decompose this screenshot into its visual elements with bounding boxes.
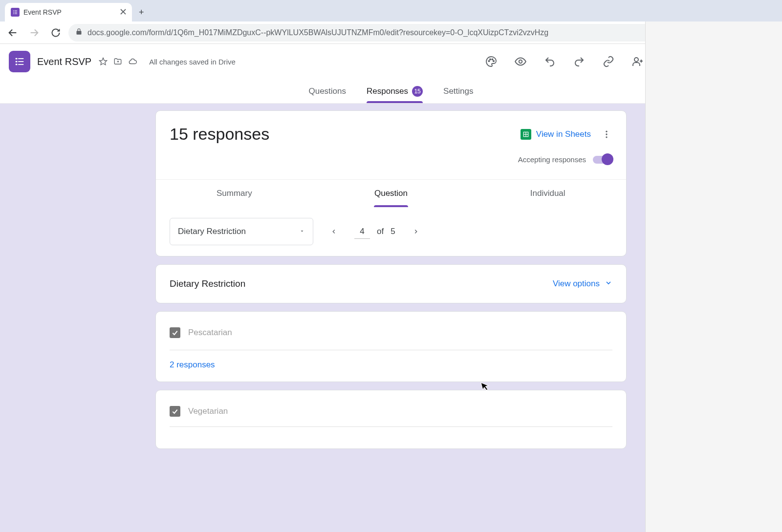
svg-rect-4 [13, 11, 14, 11]
tab-questions[interactable]: Questions [308, 79, 346, 103]
doc-title[interactable]: Event RSVP [37, 56, 91, 67]
view-in-sheets-button[interactable]: View in Sheets [521, 129, 591, 140]
responses-count-title: 15 responses [170, 125, 269, 144]
browser-tab-bar: Event RSVP + [0, 0, 782, 21]
prev-question-button[interactable] [325, 223, 343, 240]
svg-point-37 [519, 60, 522, 64]
tab-title: Event RSVP [23, 8, 62, 16]
checkbox-checked-icon [170, 327, 180, 338]
sheets-icon [521, 129, 531, 140]
responses-badge: 15 [412, 86, 423, 97]
response-count-link[interactable]: 2 responses [170, 360, 612, 370]
svg-rect-28 [16, 61, 18, 63]
title-icon-group [98, 57, 137, 66]
svg-rect-26 [16, 58, 18, 60]
sub-tab-individual[interactable]: Individual [469, 180, 626, 207]
answer-label: Vegetarian [188, 406, 228, 416]
svg-rect-30 [16, 64, 18, 65]
svg-rect-7 [15, 12, 17, 13]
page-total: 5 [391, 227, 395, 236]
question-title-card: Dietary Restriction View options [155, 264, 627, 303]
sub-tab-question[interactable]: Question [313, 180, 470, 207]
divider [170, 350, 612, 350]
svg-point-34 [489, 59, 490, 60]
answer-card: Pescatarian 2 responses [155, 311, 627, 382]
link-icon[interactable] [597, 50, 620, 73]
divider [170, 426, 612, 427]
tab-settings[interactable]: Settings [443, 79, 473, 103]
address-bar[interactable]: docs.google.com/form/d/1Q6m_H017MiMZDgux… [68, 24, 673, 42]
theme-palette-icon[interactable] [480, 50, 502, 73]
star-icon[interactable] [98, 57, 108, 66]
svg-point-36 [493, 61, 494, 62]
svg-rect-27 [18, 58, 23, 59]
lock-icon [75, 28, 83, 37]
redo-icon[interactable] [568, 50, 590, 73]
view-options-button[interactable]: View options [553, 279, 612, 289]
question-title: Dietary Restriction [170, 278, 245, 289]
chevron-down-icon [605, 279, 612, 289]
svg-marker-32 [100, 58, 107, 65]
url-text: docs.google.com/form/d/1Q6m_H017MiMZDgux… [87, 28, 652, 37]
next-question-button[interactable] [407, 223, 425, 240]
forward-button[interactable] [25, 24, 43, 42]
back-button[interactable] [4, 24, 22, 42]
toggle-thumb [602, 153, 613, 165]
move-folder-icon[interactable] [113, 57, 123, 66]
tab-close-icon[interactable] [120, 8, 126, 17]
question-dropdown-label: Dietary Restriction [178, 227, 246, 236]
responses-more-icon[interactable] [601, 128, 612, 140]
svg-rect-5 [15, 11, 17, 11]
new-tab-button[interactable]: + [132, 3, 151, 21]
svg-rect-31 [18, 64, 23, 65]
svg-point-49 [606, 136, 607, 138]
save-status-text: All changes saved in Drive [149, 58, 236, 66]
responses-sub-tabs: Summary Question Individual [156, 179, 626, 207]
svg-point-47 [606, 130, 607, 132]
dropdown-caret-icon [299, 227, 305, 236]
svg-point-33 [488, 61, 489, 62]
question-dropdown[interactable]: Dietary Restriction [170, 218, 313, 245]
tab-settings-label: Settings [443, 86, 473, 96]
svg-rect-29 [18, 61, 23, 62]
svg-rect-9 [15, 14, 17, 14]
reload-button[interactable] [47, 24, 65, 42]
forms-favicon-icon [11, 8, 20, 17]
browser-tab-active[interactable]: Event RSVP [5, 3, 132, 21]
view-options-label: View options [553, 279, 600, 289]
forms-logo-icon[interactable] [9, 51, 30, 72]
svg-rect-8 [13, 14, 14, 14]
svg-rect-6 [13, 12, 14, 13]
view-in-sheets-label: View in Sheets [536, 129, 591, 139]
checkbox-checked-icon [170, 406, 180, 417]
preview-eye-icon[interactable] [509, 50, 532, 73]
page-current-input[interactable]: 4 [354, 225, 370, 239]
accepting-responses-label: Accepting responses [518, 155, 586, 164]
tab-responses[interactable]: Responses 15 [367, 79, 423, 103]
svg-point-38 [634, 58, 638, 62]
svg-point-35 [492, 59, 493, 60]
cloud-status-icon[interactable] [128, 57, 137, 66]
window-side-pane [645, 0, 782, 532]
responses-overview-card: 15 responses View in Sheets Accepting re… [155, 110, 627, 256]
question-pagination: 4 of 5 [354, 225, 395, 239]
svg-marker-50 [301, 231, 304, 232]
answer-card: Vegetarian [155, 390, 627, 449]
tab-responses-label: Responses [367, 86, 408, 96]
undo-icon[interactable] [539, 50, 561, 73]
tab-questions-label: Questions [308, 86, 346, 96]
answer-label: Pescatarian [188, 328, 232, 338]
svg-point-48 [606, 133, 607, 135]
accepting-responses-toggle[interactable] [593, 156, 612, 164]
page-of-label: of [377, 227, 384, 236]
sub-tab-summary[interactable]: Summary [156, 180, 313, 207]
